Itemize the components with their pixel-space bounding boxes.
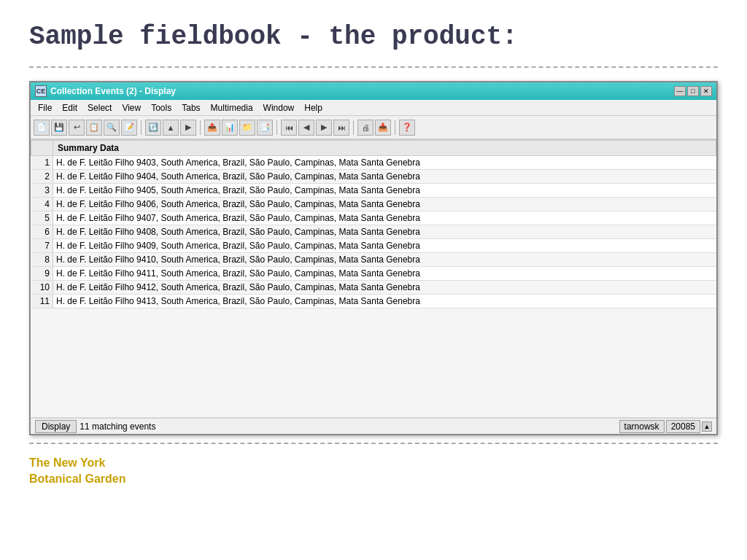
toolbar-button[interactable]: 🔍 [104, 120, 120, 136]
toolbar-button[interactable]: 📄 [34, 120, 50, 136]
toolbar-button[interactable]: ▶ [180, 120, 196, 136]
toolbar-button[interactable]: ❓ [399, 120, 415, 136]
row-data: H. de F. Leitão Filho 9410, South Americ… [53, 253, 716, 267]
status-bar: Display 11 matching events tarnowsk 2008… [31, 418, 716, 434]
row-number: 3 [31, 184, 53, 198]
table-row[interactable]: 11H. de F. Leitão Filho 9413, South Amer… [31, 295, 716, 308]
table-row[interactable]: 1H. de F. Leitão Filho 9403, South Ameri… [31, 156, 716, 170]
window-title: Collection Events (2) - Display [50, 86, 176, 96]
toolbar-separator [353, 120, 354, 135]
status-code: 20085 [666, 420, 700, 433]
menu-bar: FileEditSelectViewToolsTabsMultimediaWin… [31, 100, 716, 116]
table-row[interactable]: 5H. de F. Leitão Filho 9407, South Ameri… [31, 211, 716, 225]
toolbar-button[interactable]: 📝 [121, 120, 137, 136]
status-message: 11 matching events [80, 421, 616, 432]
row-number: 11 [31, 295, 53, 308]
table-row[interactable]: 7H. de F. Leitão Filho 9409, South Ameri… [31, 239, 716, 253]
row-number: 8 [31, 253, 53, 267]
data-table: Summary Data 1H. de F. Leitão Filho 9403… [31, 140, 716, 418]
row-number: 2 [31, 170, 53, 184]
row-data: H. de F. Leitão Filho 9406, South Americ… [53, 198, 716, 211]
application-window: CE Collection Events (2) - Display — □ ✕… [29, 81, 718, 435]
status-user: tarnowsk [619, 420, 665, 433]
row-data: H. de F. Leitão Filho 9408, South Americ… [53, 225, 716, 239]
row-number: 7 [31, 239, 53, 253]
toolbar-button[interactable]: ⏮ [281, 120, 297, 136]
toolbar-button[interactable]: 📊 [222, 120, 238, 136]
window-icon: CE [35, 85, 47, 97]
row-data: H. de F. Leitão Filho 9403, South Americ… [53, 156, 716, 170]
summary-data-header: Summary Data [53, 141, 716, 156]
menu-item-help[interactable]: Help [300, 101, 327, 114]
toolbar-button[interactable]: 📑 [257, 120, 273, 136]
row-number: 4 [31, 198, 53, 211]
toolbar-button[interactable]: ▲ [163, 120, 179, 136]
minimize-button[interactable]: — [674, 86, 686, 96]
table-header-row: Summary Data [31, 141, 716, 156]
toolbar-separator [276, 120, 277, 135]
toolbar-separator [200, 120, 201, 135]
toolbar-button[interactable]: 💾 [51, 120, 67, 136]
table-row[interactable]: 6H. de F. Leitão Filho 9408, South Ameri… [31, 225, 716, 239]
row-number: 6 [31, 225, 53, 239]
toolbar-button[interactable]: 🖨 [357, 120, 374, 136]
menu-item-edit[interactable]: Edit [58, 101, 82, 114]
table-row[interactable]: 2H. de F. Leitão Filho 9404, South Ameri… [31, 170, 716, 184]
row-data: H. de F. Leitão Filho 9411, South Americ… [53, 267, 716, 281]
row-data: H. de F. Leitão Filho 9407, South Americ… [53, 211, 716, 225]
row-number: 9 [31, 267, 53, 281]
row-number: 1 [31, 156, 53, 170]
content-area: Summary Data 1H. de F. Leitão Filho 9403… [31, 139, 716, 418]
toolbar: 📄💾↩📋🔍📝🔃▲▶📤📊📁📑⏮◀▶⏭🖨📥❓ [31, 116, 716, 139]
table-row[interactable]: 3H. de F. Leitão Filho 9405, South Ameri… [31, 184, 716, 198]
row-data: H. de F. Leitão Filho 9409, South Americ… [53, 239, 716, 253]
status-tab: Display [35, 420, 77, 433]
toolbar-button[interactable]: 📋 [86, 120, 102, 136]
row-data: H. de F. Leitão Filho 9405, South Americ… [53, 184, 716, 198]
nybg-logo: The New York Botanical Garden [0, 444, 747, 499]
page-title: Sample fieldbook - the product: [0, 0, 747, 66]
row-number-header [31, 141, 53, 156]
table-row[interactable]: 9H. de F. Leitão Filho 9411, South Ameri… [31, 267, 716, 281]
table-row[interactable]: 4H. de F. Leitão Filho 9406, South Ameri… [31, 198, 716, 211]
menu-item-file[interactable]: File [34, 101, 56, 114]
toolbar-button[interactable]: 🔃 [145, 120, 161, 136]
toolbar-button[interactable]: 📁 [239, 120, 255, 136]
toolbar-button[interactable]: 📥 [375, 120, 391, 136]
menu-item-window[interactable]: Window [259, 101, 299, 114]
title-bar: CE Collection Events (2) - Display — □ ✕ [31, 82, 716, 100]
title-bar-left: CE Collection Events (2) - Display [35, 85, 176, 97]
menu-item-select[interactable]: Select [83, 101, 116, 114]
toolbar-separator [141, 120, 142, 135]
menu-item-tabs[interactable]: Tabs [177, 101, 204, 114]
toolbar-button[interactable]: ⏭ [333, 120, 349, 136]
row-number: 10 [31, 281, 53, 295]
nybg-line2: Botanical Garden [29, 471, 718, 487]
menu-item-view[interactable]: View [117, 101, 145, 114]
top-divider [29, 66, 718, 68]
maximize-button[interactable]: □ [687, 86, 699, 96]
toolbar-button[interactable]: ↩ [69, 120, 85, 136]
menu-item-tools[interactable]: Tools [147, 101, 176, 114]
scroll-button[interactable]: ▲ [702, 421, 712, 432]
row-data: H. de F. Leitão Filho 9404, South Americ… [53, 170, 716, 184]
menu-item-multimedia[interactable]: Multimedia [206, 101, 258, 114]
toolbar-button[interactable]: ◀ [298, 120, 314, 136]
toolbar-button[interactable]: 📤 [204, 120, 220, 136]
row-number: 5 [31, 211, 53, 225]
window-controls: — □ ✕ [674, 86, 712, 96]
nybg-line1: The New York [29, 455, 718, 471]
table-row[interactable]: 8H. de F. Leitão Filho 9410, South Ameri… [31, 253, 716, 267]
row-data: H. de F. Leitão Filho 9413, South Americ… [53, 295, 716, 308]
close-button[interactable]: ✕ [700, 86, 712, 96]
empty-space [31, 308, 716, 418]
table-row[interactable]: 10H. de F. Leitão Filho 9412, South Amer… [31, 281, 716, 295]
toolbar-button[interactable]: ▶ [316, 120, 332, 136]
row-data: H. de F. Leitão Filho 9412, South Americ… [53, 281, 716, 295]
toolbar-separator [395, 120, 395, 135]
